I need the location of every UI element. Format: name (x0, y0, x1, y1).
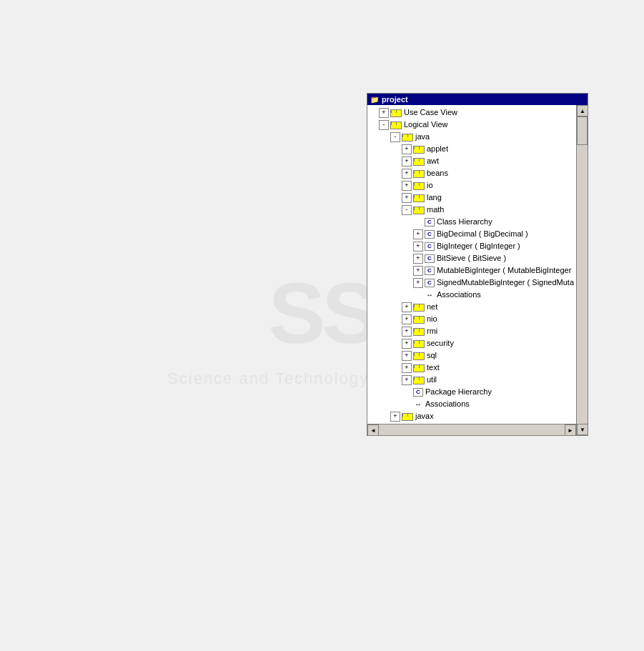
expander-lang[interactable]: + (402, 193, 412, 203)
vertical-scrollbar[interactable]: ▲ ▼ (576, 105, 588, 435)
item-label-rmi: rmi (427, 326, 437, 337)
titlebar: 📁 project (367, 94, 588, 105)
item-label-java: java (415, 131, 430, 142)
folder-icon (413, 157, 425, 166)
folder-icon (390, 109, 402, 117)
tree-item-net[interactable]: +net (367, 301, 576, 313)
folder-icon (413, 327, 425, 336)
item-label-lang: lang (427, 192, 442, 203)
item-label-associations-math: Associations (437, 289, 481, 300)
folder-icon (413, 182, 425, 190)
expander-awt[interactable]: + (402, 156, 412, 167)
tree-item-applet[interactable]: +applet (367, 143, 576, 155)
folder-icon (413, 169, 425, 178)
item-label-net: net (427, 302, 437, 312)
folder-icon (413, 339, 425, 348)
item-label-signedmutable: SignedMutableBigInteger ( SignedMuta (437, 277, 574, 288)
class-icon: C (413, 388, 423, 397)
item-label-class-hierarchy: Class Hierarchy (437, 217, 492, 227)
tree-item-awt[interactable]: +awt (367, 155, 576, 167)
expander-util[interactable]: + (402, 375, 412, 385)
item-label-mutablebiginteger: MutableBigInteger ( MutableBigInteger (437, 265, 571, 276)
expander-logical-view[interactable]: - (379, 120, 389, 130)
scroll-down-button[interactable]: ▼ (577, 424, 588, 435)
expander-java[interactable]: - (390, 132, 400, 142)
expander-javax[interactable]: + (390, 412, 400, 422)
item-label-io: io (427, 180, 433, 191)
tree-item-associations-math[interactable]: ↔Associations (367, 289, 576, 301)
panel-title: project (382, 95, 408, 104)
tree-item-lang[interactable]: +lang (367, 192, 576, 204)
tree-item-beans[interactable]: +beans (367, 167, 576, 179)
scroll-up-button[interactable]: ▲ (577, 105, 588, 116)
item-label-security: security (427, 338, 454, 349)
class-icon: C (425, 279, 435, 287)
class-icon: C (425, 230, 435, 239)
expander-bigdecimal[interactable]: + (413, 229, 423, 239)
expander-applet[interactable]: + (402, 144, 412, 154)
item-label-package-hierarchy: Package Hierarchy (425, 387, 492, 397)
tree-item-rmi[interactable]: +rmi (367, 325, 576, 337)
tree-item-text[interactable]: +text (367, 362, 576, 374)
expander-beans[interactable]: + (402, 169, 412, 179)
expander-nio[interactable]: + (402, 314, 412, 324)
expander-security[interactable]: + (402, 339, 412, 349)
tree-item-nio[interactable]: +nio (367, 313, 576, 325)
expander-rmi[interactable]: + (402, 327, 412, 337)
scroll-track[interactable] (577, 116, 588, 424)
tree-item-use-case-view[interactable]: +Use Case View (367, 106, 576, 119)
tree-item-bitsieve[interactable]: +CBitSieve ( BitSieve ) (367, 252, 576, 264)
folder-icon (413, 206, 425, 214)
tree-item-logical-view[interactable]: -Logical View (367, 119, 576, 131)
tree-item-mutablebiginteger[interactable]: +CMutableBigInteger ( MutableBigInteger (367, 264, 576, 277)
expander-signedmutable[interactable]: + (413, 278, 423, 288)
scroll-left-button[interactable]: ◄ (367, 424, 379, 436)
item-label-util: util (427, 374, 437, 385)
tree-item-util[interactable]: +util (367, 374, 576, 386)
folder-icon (413, 376, 425, 384)
expander-mutablebiginteger[interactable]: + (413, 266, 423, 276)
expander-io[interactable]: + (402, 181, 412, 191)
tree-item-java[interactable]: -java (367, 131, 576, 143)
expander-net[interactable]: + (402, 302, 412, 312)
tree-panel: 📁 project +Use Case View-Logical View-ja… (367, 93, 588, 436)
scroll-thumb[interactable] (577, 116, 588, 145)
item-label-beans: beans (427, 168, 448, 179)
folder-icon (413, 194, 425, 202)
item-label-nio: nio (427, 314, 437, 324)
assoc-icon: ↔ (425, 291, 435, 299)
tree-item-package-hierarchy[interactable]: CPackage Hierarchy (367, 386, 576, 398)
tree-item-associations-java[interactable]: ↔Associations (367, 398, 576, 410)
tree-item-signedmutable[interactable]: +CSignedMutableBigInteger ( SignedMuta (367, 277, 576, 289)
tree-item-bigdecimal[interactable]: +CBigDecimal ( BigDecimal ) (367, 228, 576, 240)
scroll-h-track[interactable] (379, 424, 565, 435)
folder-icon (413, 145, 425, 154)
class-icon: C (425, 218, 435, 227)
item-label-text: text (427, 362, 440, 373)
expander-use-case-view[interactable]: + (379, 108, 389, 118)
item-label-applet: applet (427, 144, 448, 154)
tree-item-biginteger[interactable]: +CBigInteger ( BigInteger ) (367, 240, 576, 252)
tree-content[interactable]: +Use Case View-Logical View-java+applet+… (367, 105, 588, 435)
tree-item-security[interactable]: +security (367, 337, 576, 349)
expander-text[interactable]: + (402, 363, 412, 373)
class-icon: C (425, 242, 435, 251)
class-icon: C (425, 267, 435, 275)
tree-item-io[interactable]: +io (367, 179, 576, 192)
item-label-biginteger: BigInteger ( BigInteger ) (437, 241, 520, 252)
scroll-right-button[interactable]: ► (565, 424, 576, 436)
tree-item-sql[interactable]: +sql (367, 349, 576, 362)
tree-item-class-hierarchy[interactable]: CClass Hierarchy (367, 216, 576, 228)
folder-icon (413, 303, 425, 312)
folder-icon (413, 352, 425, 360)
item-label-bitsieve: BitSieve ( BitSieve ) (437, 253, 506, 264)
folder-icon (413, 315, 425, 324)
tree-item-javax[interactable]: +javax (367, 410, 576, 422)
tree-item-math[interactable]: -math (367, 204, 576, 216)
tree-scroll-area: +Use Case View-Logical View-java+applet+… (367, 106, 576, 424)
expander-math[interactable]: - (402, 205, 412, 215)
expander-bitsieve[interactable]: + (413, 254, 423, 264)
expander-sql[interactable]: + (402, 351, 412, 361)
horizontal-scrollbar[interactable]: ◄ ► (367, 424, 576, 435)
expander-biginteger[interactable]: + (413, 242, 423, 252)
